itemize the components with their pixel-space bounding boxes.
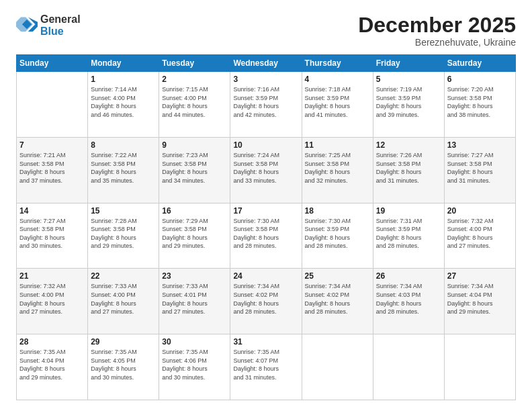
sunrise-text: Sunrise: 7:21 AM xyxy=(19,151,85,160)
week-row-4: 28Sunrise: 7:35 AMSunset: 4:04 PMDayligh… xyxy=(17,334,516,400)
logo-blue-text: Blue xyxy=(40,26,81,38)
day-info: Sunrise: 7:35 AMSunset: 4:04 PMDaylight:… xyxy=(19,348,85,381)
sunrise-text: Sunrise: 7:33 AM xyxy=(91,282,156,291)
daylight-text-1: Daylight: 8 hours xyxy=(305,168,370,177)
sunset-text: Sunset: 4:00 PM xyxy=(162,94,227,103)
daylight-text-2: and 28 minutes. xyxy=(233,308,298,316)
day-info: Sunrise: 7:27 AMSunset: 3:58 PMDaylight:… xyxy=(447,151,513,185)
day-number: 30 xyxy=(162,337,227,347)
daylight-text-1: Daylight: 8 hours xyxy=(447,234,513,242)
day-info: Sunrise: 7:16 AMSunset: 3:59 PMDaylight:… xyxy=(233,85,298,119)
sunrise-text: Sunrise: 7:35 AM xyxy=(162,348,227,357)
sunset-text: Sunset: 3:58 PM xyxy=(91,225,156,234)
day-cell: 3Sunrise: 7:16 AMSunset: 3:59 PMDaylight… xyxy=(230,72,302,138)
daylight-text-2: and 31 minutes. xyxy=(233,373,298,382)
day-number: 28 xyxy=(19,337,85,347)
day-cell: 23Sunrise: 7:33 AMSunset: 4:01 PMDayligh… xyxy=(159,269,230,334)
sunset-text: Sunset: 4:04 PM xyxy=(447,291,513,300)
sunrise-text: Sunrise: 7:29 AM xyxy=(162,217,227,226)
daylight-text-1: Daylight: 8 hours xyxy=(305,102,370,111)
day-cell: 25Sunrise: 7:34 AMSunset: 4:02 PMDayligh… xyxy=(302,269,373,334)
day-info: Sunrise: 7:14 AMSunset: 4:00 PMDaylight:… xyxy=(91,85,156,119)
weekday-saturday: Saturday xyxy=(444,55,515,72)
daylight-text-2: and 27 minutes. xyxy=(19,308,85,316)
day-number: 5 xyxy=(376,75,441,84)
day-number: 17 xyxy=(233,206,298,216)
day-number: 25 xyxy=(305,271,370,281)
week-row-2: 14Sunrise: 7:27 AMSunset: 3:58 PMDayligh… xyxy=(17,203,516,269)
sunrise-text: Sunrise: 7:35 AM xyxy=(91,348,156,357)
sunrise-text: Sunrise: 7:35 AM xyxy=(233,348,298,357)
sunset-text: Sunset: 4:02 PM xyxy=(305,291,370,300)
daylight-text-2: and 31 minutes. xyxy=(376,177,441,185)
sunset-text: Sunset: 4:05 PM xyxy=(91,357,156,365)
weekday-thursday: Thursday xyxy=(302,55,373,72)
sunset-text: Sunset: 3:58 PM xyxy=(91,160,156,169)
day-info: Sunrise: 7:28 AMSunset: 3:58 PMDaylight:… xyxy=(91,217,156,250)
daylight-text-2: and 28 minutes. xyxy=(305,308,370,316)
day-info: Sunrise: 7:35 AMSunset: 4:06 PMDaylight:… xyxy=(162,348,227,381)
sunrise-text: Sunrise: 7:15 AM xyxy=(162,85,227,94)
week-row-1: 7Sunrise: 7:21 AMSunset: 3:58 PMDaylight… xyxy=(17,137,516,203)
day-cell: 20Sunrise: 7:32 AMSunset: 4:00 PMDayligh… xyxy=(444,203,515,269)
daylight-text-2: and 39 minutes. xyxy=(376,111,441,120)
daylight-text-1: Daylight: 8 hours xyxy=(162,102,227,111)
day-cell: 16Sunrise: 7:29 AMSunset: 3:58 PMDayligh… xyxy=(159,203,230,269)
sunset-text: Sunset: 3:58 PM xyxy=(162,225,227,234)
daylight-text-2: and 30 minutes. xyxy=(91,373,156,382)
day-cell: 4Sunrise: 7:18 AMSunset: 3:59 PMDaylight… xyxy=(302,72,373,138)
sunrise-text: Sunrise: 7:34 AM xyxy=(376,282,441,291)
daylight-text-2: and 34 minutes. xyxy=(162,177,227,185)
daylight-text-1: Daylight: 8 hours xyxy=(91,234,156,242)
day-info: Sunrise: 7:34 AMSunset: 4:04 PMDaylight:… xyxy=(447,282,513,316)
daylight-text-1: Daylight: 8 hours xyxy=(19,365,85,373)
day-cell: 8Sunrise: 7:22 AMSunset: 3:58 PMDaylight… xyxy=(88,137,159,203)
calendar-table: Sunday Monday Tuesday Wednesday Thursday… xyxy=(16,54,516,400)
daylight-text-2: and 37 minutes. xyxy=(19,177,85,185)
day-number: 31 xyxy=(233,337,298,347)
daylight-text-1: Daylight: 8 hours xyxy=(376,102,441,111)
daylight-text-2: and 27 minutes. xyxy=(447,242,513,250)
day-info: Sunrise: 7:30 AMSunset: 3:58 PMDaylight:… xyxy=(233,217,298,250)
weekday-sunday: Sunday xyxy=(17,55,88,72)
weekday-wednesday: Wednesday xyxy=(230,55,302,72)
daylight-text-2: and 35 minutes. xyxy=(91,177,156,185)
day-info: Sunrise: 7:27 AMSunset: 3:58 PMDaylight:… xyxy=(19,217,85,250)
sunrise-text: Sunrise: 7:30 AM xyxy=(305,217,370,226)
sunrise-text: Sunrise: 7:23 AM xyxy=(162,151,227,160)
day-info: Sunrise: 7:32 AMSunset: 4:00 PMDaylight:… xyxy=(19,282,85,316)
day-info: Sunrise: 7:25 AMSunset: 3:58 PMDaylight:… xyxy=(305,151,370,185)
daylight-text-1: Daylight: 8 hours xyxy=(305,234,370,242)
day-cell xyxy=(17,72,88,138)
daylight-text-2: and 41 minutes. xyxy=(305,111,370,120)
day-info: Sunrise: 7:19 AMSunset: 3:59 PMDaylight:… xyxy=(376,85,441,119)
sunset-text: Sunset: 3:59 PM xyxy=(305,94,370,103)
day-info: Sunrise: 7:26 AMSunset: 3:58 PMDaylight:… xyxy=(376,151,441,185)
daylight-text-2: and 44 minutes. xyxy=(162,111,227,120)
day-number: 10 xyxy=(233,140,298,150)
sunrise-text: Sunrise: 7:20 AM xyxy=(447,85,513,94)
day-number: 22 xyxy=(91,271,156,281)
sunset-text: Sunset: 3:58 PM xyxy=(376,160,441,169)
day-cell: 13Sunrise: 7:27 AMSunset: 3:58 PMDayligh… xyxy=(444,137,515,203)
day-cell: 18Sunrise: 7:30 AMSunset: 3:59 PMDayligh… xyxy=(302,203,373,269)
day-cell: 28Sunrise: 7:35 AMSunset: 4:04 PMDayligh… xyxy=(17,334,88,400)
logo-icon xyxy=(16,15,38,36)
day-cell: 14Sunrise: 7:27 AMSunset: 3:58 PMDayligh… xyxy=(17,203,88,269)
daylight-text-2: and 28 minutes. xyxy=(376,308,441,316)
sunset-text: Sunset: 4:00 PM xyxy=(447,225,513,234)
sunset-text: Sunset: 4:06 PM xyxy=(162,357,227,365)
day-info: Sunrise: 7:20 AMSunset: 3:58 PMDaylight:… xyxy=(447,85,513,119)
sunset-text: Sunset: 4:00 PM xyxy=(19,291,85,300)
daylight-text-2: and 32 minutes. xyxy=(305,177,370,185)
day-number: 6 xyxy=(447,75,513,84)
sunrise-text: Sunrise: 7:27 AM xyxy=(19,217,85,226)
sunset-text: Sunset: 4:03 PM xyxy=(376,291,441,300)
sunrise-text: Sunrise: 7:18 AM xyxy=(305,85,370,94)
day-info: Sunrise: 7:18 AMSunset: 3:59 PMDaylight:… xyxy=(305,85,370,119)
day-number: 1 xyxy=(91,75,156,84)
day-number: 11 xyxy=(305,140,370,150)
sunrise-text: Sunrise: 7:30 AM xyxy=(233,217,298,226)
day-cell: 22Sunrise: 7:33 AMSunset: 4:00 PMDayligh… xyxy=(88,269,159,334)
sunset-text: Sunset: 3:58 PM xyxy=(233,225,298,234)
